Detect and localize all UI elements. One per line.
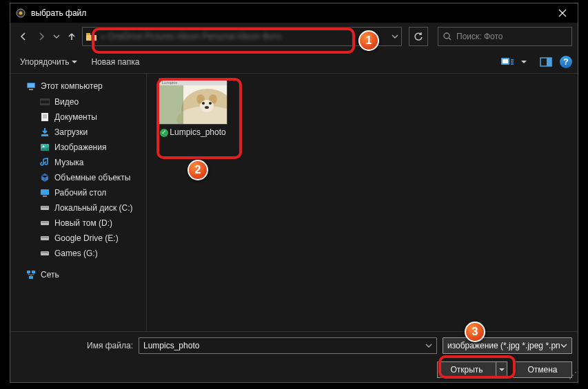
- search-placeholder: Поиск: Фото: [456, 32, 503, 41]
- sidebar-item-downloads[interactable]: Загрузки: [10, 125, 146, 140]
- chevron-down-icon[interactable]: [425, 342, 432, 349]
- filetype-select[interactable]: изображение (*.jpg *.jpeg *.pn: [443, 337, 572, 354]
- cancel-button[interactable]: Отмена: [513, 361, 572, 378]
- filename-input[interactable]: Lumpics_photo: [139, 337, 437, 354]
- search-icon: [443, 32, 452, 41]
- svg-rect-2: [86, 33, 90, 35]
- search-input[interactable]: Поиск: Фото: [438, 27, 572, 46]
- up-button[interactable]: [64, 28, 79, 45]
- svg-rect-24: [41, 237, 48, 238]
- svg-rect-25: [41, 251, 49, 255]
- svg-rect-22: [41, 222, 48, 223]
- app-icon: [16, 8, 26, 18]
- svg-point-39: [209, 102, 212, 105]
- view-dropdown-icon[interactable]: [521, 59, 527, 65]
- network-icon: [26, 269, 37, 280]
- recent-dropdown[interactable]: [52, 28, 61, 45]
- svg-rect-21: [41, 221, 49, 225]
- sidebar-item-music[interactable]: Музыка: [10, 155, 146, 170]
- svg-rect-18: [43, 196, 47, 197]
- body: Этот компьютер Видео Документы Загрузки …: [10, 74, 578, 331]
- help-button[interactable]: ?: [560, 56, 572, 68]
- refresh-button[interactable]: [409, 27, 428, 46]
- view-mode-button[interactable]: [499, 54, 516, 70]
- svg-rect-9: [28, 83, 34, 87]
- sidebar-item-disk-c[interactable]: Локальный диск (C:): [10, 200, 146, 215]
- sidebar: Этот компьютер Видео Документы Загрузки …: [10, 74, 147, 331]
- pc-icon: [26, 81, 37, 92]
- filename-label: Имя файла:: [16, 341, 133, 350]
- file-item[interactable]: Lumpics ✓ Lumpics_photo: [155, 78, 231, 139]
- sidebar-item-disk-g[interactable]: Games (G:): [10, 246, 146, 261]
- folder-icon: [85, 31, 98, 42]
- svg-rect-26: [41, 252, 48, 253]
- sync-ok-icon: ✓: [160, 129, 168, 137]
- svg-rect-20: [41, 207, 48, 208]
- svg-rect-13: [41, 113, 48, 121]
- preview-pane-button[interactable]: [538, 54, 554, 70]
- file-area[interactable]: Lumpics ✓ Lumpics_photo: [147, 74, 578, 331]
- resize-grip[interactable]: ⋰: [569, 370, 576, 380]
- close-button[interactable]: [547, 3, 578, 23]
- svg-rect-29: [29, 276, 33, 279]
- open-dropdown[interactable]: [496, 361, 507, 378]
- new-folder-button[interactable]: Новая папка: [87, 54, 143, 70]
- chevron-down-icon[interactable]: [560, 342, 567, 349]
- sidebar-network[interactable]: Сеть: [10, 266, 146, 283]
- breadcrumb[interactable]: « OneDrive Pictures Album Personal Album…: [82, 27, 402, 46]
- svg-rect-41: [159, 85, 183, 125]
- sidebar-item-disk-d[interactable]: Новый том (D:): [10, 215, 146, 231]
- svg-point-1: [19, 12, 23, 15]
- svg-point-40: [205, 106, 209, 109]
- footer: Имя файла: Lumpics_photo изображение (*.…: [10, 331, 578, 382]
- file-thumbnail: Lumpics: [159, 78, 227, 125]
- sidebar-item-3d[interactable]: Объемные объекты: [10, 170, 146, 185]
- svg-rect-14: [41, 134, 48, 136]
- svg-point-3: [444, 33, 449, 39]
- svg-rect-28: [32, 271, 35, 273]
- nav-row: « OneDrive Pictures Album Personal Album…: [10, 23, 578, 50]
- svg-rect-17: [41, 189, 49, 195]
- back-button[interactable]: [16, 28, 31, 45]
- sidebar-item-video[interactable]: Видео: [10, 94, 146, 109]
- forward-button[interactable]: [34, 28, 49, 45]
- svg-rect-7: [547, 58, 551, 66]
- svg-rect-23: [41, 236, 49, 240]
- svg-rect-10: [29, 89, 33, 90]
- sidebar-item-desktop[interactable]: Рабочий стол: [10, 185, 146, 200]
- file-picker-window: выбрать файл « OneDrive Pictures Album P…: [10, 3, 578, 383]
- svg-rect-27: [27, 271, 30, 273]
- svg-rect-19: [41, 206, 49, 210]
- chevron-down-icon[interactable]: [392, 33, 398, 40]
- sidebar-item-documents[interactable]: Документы: [10, 109, 146, 125]
- sidebar-item-pictures[interactable]: Изображения: [10, 140, 146, 155]
- svg-text:Lumpics: Lumpics: [162, 81, 177, 85]
- titlebar: выбрать файл: [10, 3, 578, 23]
- organize-button[interactable]: Упорядочить: [16, 54, 81, 70]
- breadcrumb-path: « OneDrive Pictures Album Personal Album…: [101, 32, 281, 41]
- sidebar-item-disk-e[interactable]: Google Drive (E:): [10, 231, 146, 246]
- window-title: выбрать файл: [31, 8, 547, 18]
- open-button-group: Открыть: [437, 361, 507, 378]
- open-button[interactable]: Открыть: [437, 361, 496, 378]
- toolbar: Упорядочить Новая папка ?: [10, 50, 578, 74]
- file-caption: ✓ Lumpics_photo: [155, 126, 231, 139]
- svg-point-38: [202, 102, 205, 105]
- svg-rect-5: [503, 59, 508, 63]
- sidebar-this-pc[interactable]: Этот компьютер: [10, 78, 146, 94]
